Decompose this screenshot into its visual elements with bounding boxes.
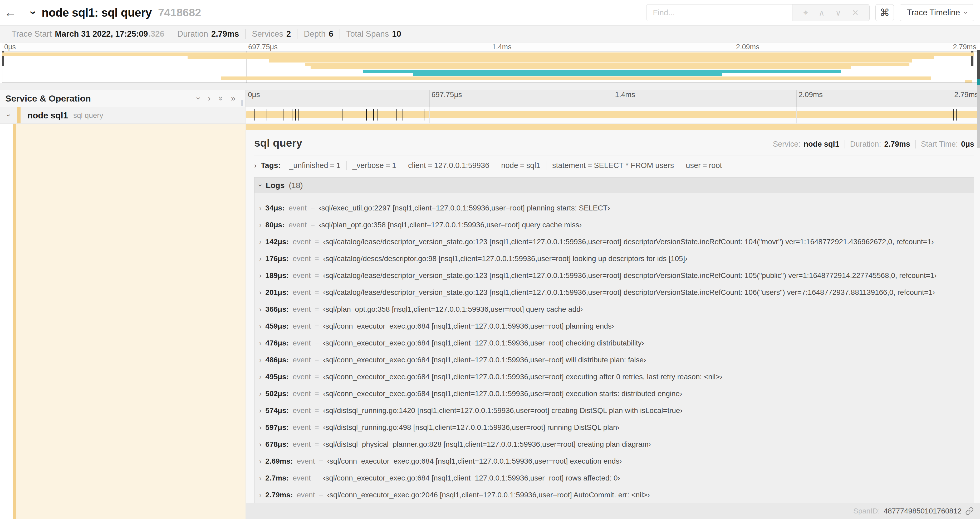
operation-name: sql query — [73, 111, 103, 120]
log-entry[interactable]: ›80μs:event=‹sql/plan_opt.go:358 [nsql1,… — [259, 221, 971, 229]
expand-log-chevron-icon: › — [259, 474, 261, 482]
log-timestamp: 2.7ms: — [265, 474, 289, 482]
log-entry[interactable]: ›2.79ms:event=‹sql/conn_executor_exec.go… — [259, 491, 971, 499]
next-result-icon[interactable]: ∨ — [835, 8, 842, 18]
log-entry[interactable]: ›2.7ms:event=‹sql/conn_executor_exec.go:… — [259, 474, 971, 482]
log-event-tick — [377, 109, 378, 121]
span-detail-header: sql query Service:node sql1Duration:2.79… — [254, 137, 974, 149]
log-field-name: event — [293, 390, 311, 398]
span-duration-bar-expanded[interactable] — [246, 124, 980, 130]
log-field-name: event — [293, 271, 311, 279]
log-event-tick — [283, 109, 283, 121]
tags-label: Tags: — [261, 161, 280, 170]
log-field-value: ‹sql/plan_opt.go:358 [nsql1,client=127.0… — [323, 305, 583, 313]
log-field-value: ‹sql/distsql_running.go:1420 [nsql1,clie… — [323, 406, 682, 415]
log-timestamp: 2.69ms: — [265, 457, 293, 465]
clear-search-icon[interactable]: ✕ — [852, 8, 859, 18]
service-operation-title: Service & Operation — [5, 93, 197, 104]
scrollbar-thumb-dark[interactable] — [977, 50, 980, 79]
log-field-value: ‹sql/catalog/lease/descriptor_version_st… — [323, 271, 937, 279]
ruler-tick-label: 0μs — [248, 91, 260, 99]
logs-list: ›34μs:event=‹sql/exec_util.go:2297 [nsql… — [255, 193, 974, 503]
log-field-name: event — [293, 305, 311, 313]
log-entry[interactable]: ›189μs:event=‹sql/catalog/lease/descript… — [259, 271, 971, 280]
summary-item-label: Total Spans — [346, 29, 389, 39]
equals-sign: = — [315, 254, 319, 263]
log-field-value: ‹sql/conn_executor_exec.go:684 [nsql1,cl… — [323, 474, 620, 482]
log-entry[interactable]: ›495μs:event=‹sql/conn_executor_exec.go:… — [259, 373, 971, 381]
keyboard-shortcuts-button[interactable]: ⌘ — [875, 4, 894, 21]
timeline-gridline — [796, 90, 797, 107]
log-entry[interactable]: ›34μs:event=‹sql/exec_util.go:2297 [nsql… — [259, 204, 971, 212]
log-field-name: event — [297, 491, 315, 499]
log-field-value: ‹sql/conn_executor_exec.go:684 [nsql1,cl… — [327, 457, 622, 465]
span-row: › node sql1 sql query — [0, 107, 980, 124]
equals-sign: = — [315, 356, 319, 364]
locate-icon[interactable]: ⌖ — [803, 8, 808, 18]
prev-result-icon[interactable]: ∧ — [819, 8, 824, 18]
log-entry[interactable]: ›502μs:event=‹sql/conn_executor_exec.go:… — [259, 390, 971, 398]
ruler-tick-label: 0μs — [4, 43, 16, 51]
expand-log-chevron-icon: › — [259, 491, 261, 499]
minimap-span-bar — [269, 59, 912, 62]
span-meta-item: Service:node sql1 — [768, 140, 845, 149]
expand-log-chevron-icon: › — [259, 305, 261, 313]
logs-header[interactable]: › Logs (18) — [255, 177, 974, 193]
tag-key: user — [686, 161, 700, 169]
expand-all-icon[interactable]: » — [231, 94, 235, 103]
span-detail-panel: sql query Service:node sql1Duration:2.79… — [246, 124, 980, 519]
service-operation-header: Service & Operation › › » » ∥ — [0, 90, 246, 107]
timeline-gridline — [613, 90, 613, 107]
equals-sign: = — [319, 457, 323, 465]
minimap-span-bar — [310, 66, 851, 69]
log-entry[interactable]: ›176μs:event=‹sql/catalog/descs/descript… — [259, 254, 971, 263]
collapse-trace-chevron-icon[interactable]: › — [27, 11, 40, 14]
tag-value: sql1 — [527, 161, 540, 169]
log-event-tick — [366, 109, 367, 121]
expand-log-chevron-icon: › — [259, 373, 261, 381]
back-button[interactable]: ← — [0, 0, 21, 25]
log-field-value: ‹sql/conn_executor_exec.go:684 [nsql1,cl… — [323, 322, 614, 330]
tag: _verbose=1 — [347, 161, 402, 170]
log-field-value: ‹sql/catalog/lease/descriptor_version_st… — [323, 288, 935, 296]
log-entry[interactable]: ›574μs:event=‹sql/distsql_running.go:142… — [259, 406, 971, 415]
minimap-canvas[interactable] — [2, 51, 978, 83]
log-entry[interactable]: ›678μs:event=‹sql/distsql_physical_plann… — [259, 440, 971, 449]
trace-view-select[interactable]: Trace Timeline › — [900, 4, 974, 21]
ruler-tick-label: 2.09ms — [799, 91, 823, 99]
find-input[interactable] — [646, 5, 792, 21]
collapse-span-chevron-icon[interactable]: › — [5, 114, 13, 117]
equals-sign: = — [585, 161, 594, 169]
log-entry[interactable]: ›597μs:event=‹sql/distsql_running.go:498… — [259, 423, 971, 432]
log-entry[interactable]: ›476μs:event=‹sql/conn_executor_exec.go:… — [259, 339, 971, 347]
log-entry[interactable]: ›459μs:event=‹sql/conn_executor_exec.go:… — [259, 322, 971, 331]
copy-link-icon[interactable] — [965, 507, 974, 515]
scrollbar-track[interactable] — [977, 85, 980, 148]
collapse-one-icon[interactable]: › — [194, 97, 204, 100]
log-event-tick — [956, 109, 956, 121]
ruler-tick-label: 2.79ms — [954, 91, 978, 99]
log-entry[interactable]: ›142μs:event=‹sql/catalog/lease/descript… — [259, 238, 971, 246]
log-event-tick — [424, 109, 425, 121]
log-entry[interactable]: ›366μs:event=‹sql/plan_opt.go:358 [nsql1… — [259, 305, 971, 313]
logs-count: (18) — [289, 181, 303, 190]
log-entry[interactable]: ›2.69ms:event=‹sql/conn_executor_exec.go… — [259, 457, 971, 465]
span-row-label[interactable]: › node sql1 sql query — [0, 107, 246, 124]
equals-sign: = — [319, 491, 323, 499]
expand-one-icon[interactable]: › — [208, 94, 210, 103]
detail-row-highlight — [16, 124, 245, 519]
summary-item-value: 10 — [392, 29, 401, 39]
collapse-all-icon[interactable]: » — [216, 96, 226, 101]
column-resizer-grip[interactable]: ∥ — [240, 99, 244, 106]
tags-row[interactable]: › Tags: _unfinished=1_verbose=1client=12… — [254, 161, 974, 170]
log-field-value: ‹sql/conn_executor_exec.go:2046 [nsql1,c… — [327, 491, 650, 499]
find-tools: ⌖ ∧ ∨ ✕ — [792, 5, 869, 21]
span-bar-cell[interactable] — [246, 107, 980, 124]
log-timestamp: 597μs: — [265, 423, 289, 431]
log-field-name: event — [297, 457, 315, 465]
tag: statement=SELECT * FROM users — [546, 161, 680, 170]
expand-tags-chevron-icon[interactable]: › — [254, 162, 256, 170]
log-entry[interactable]: ›486μs:event=‹sql/conn_executor_exec.go:… — [259, 356, 971, 364]
log-entry[interactable]: ›201μs:event=‹sql/catalog/lease/descript… — [259, 288, 971, 297]
summary-item-label: Duration — [177, 29, 208, 39]
